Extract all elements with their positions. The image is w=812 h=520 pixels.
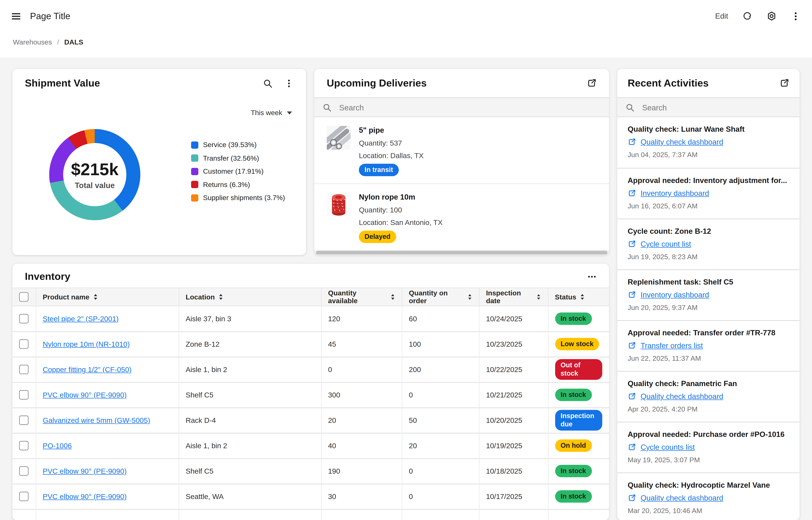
settings-button[interactable]	[766, 11, 777, 21]
hamburger-icon	[11, 11, 21, 21]
external-link-icon	[627, 291, 636, 299]
deliveries-open-button[interactable]	[587, 78, 596, 88]
period-dropdown[interactable]: This week	[12, 98, 306, 116]
column-header-status[interactable]: Status	[548, 288, 609, 306]
upcoming-deliveries-card: Upcoming Deliveries	[314, 69, 609, 255]
row-checkbox[interactable]	[19, 314, 29, 323]
activity-date: Jun 22, 2025, 11:37 AM	[627, 355, 789, 362]
activity-date: Jun 04, 2025, 7:37 AM	[627, 151, 789, 159]
column-header-quantity-on-order[interactable]: Quantity on order	[402, 288, 479, 306]
cell-product-name: Copper fitting 1/2" (CF-050)	[36, 357, 179, 382]
product-link[interactable]: PVC elbow 90° (PE-9090)	[43, 467, 127, 475]
status-badge: Delayed	[359, 231, 396, 243]
cell-quantity-available: 20	[321, 408, 402, 433]
product-link[interactable]: PO-1006	[43, 441, 72, 450]
sort-icon	[390, 294, 395, 300]
inventory-overflow-button[interactable]	[587, 272, 596, 281]
row-checkbox[interactable]	[19, 390, 29, 399]
overflow-menu-button[interactable]	[791, 11, 801, 21]
cell-quantity-available: 190	[321, 459, 402, 484]
scrollbar-thumb[interactable]	[316, 251, 607, 254]
top-bar: Page Title Edit	[0, 0, 812, 32]
row-checkbox-cell[interactable]	[12, 408, 36, 433]
settings-nut-icon	[766, 11, 777, 21]
table-row: Steel pipe 2" (SP-2001) Aisle 37, bin 3 …	[12, 306, 609, 332]
row-checkbox[interactable]	[19, 466, 29, 476]
row-checkbox-cell[interactable]	[12, 459, 36, 484]
cell-quantity-on-order: 0	[402, 484, 479, 509]
upcoming-deliveries-title: Upcoming Deliveries	[327, 77, 427, 89]
activities-open-button[interactable]	[779, 78, 789, 88]
product-link[interactable]: PVC elbow 90° (PE-9090)	[43, 492, 127, 500]
legend-label: Transfer (32.56%)	[203, 154, 259, 162]
cell-quantity-on-order: 0	[402, 382, 479, 408]
row-checkbox[interactable]	[19, 441, 29, 450]
product-link[interactable]: Nylon rope 10m (NR-1010)	[43, 340, 130, 348]
activities-search-input[interactable]	[641, 102, 791, 112]
activity-title: Quality check: Lunar Wane Shaft	[627, 125, 789, 133]
row-checkbox[interactable]	[19, 492, 29, 501]
activity-link[interactable]: Inventory dashboard	[641, 291, 709, 299]
legend-item: Supplier shipments (3.7%)	[191, 194, 285, 202]
deliveries-search[interactable]	[314, 98, 609, 117]
cell-location: Seattle, WA	[179, 484, 321, 509]
external-link-icon	[627, 138, 636, 146]
column-header-quantity-available[interactable]: Quantity available	[321, 288, 402, 306]
external-link-icon	[627, 443, 636, 451]
row-checkbox-cell[interactable]	[12, 382, 36, 408]
row-checkbox[interactable]	[19, 416, 29, 425]
activity-title: Replenishment task: Shelf C5	[627, 278, 789, 286]
product-link[interactable]: Steel pipe 2" (SP-2001)	[43, 314, 119, 322]
deliveries-horizontal-scrollbar[interactable]	[314, 250, 609, 255]
donut-total-label: Total value	[75, 181, 115, 189]
external-link-icon	[627, 240, 636, 248]
row-checkbox-cell[interactable]	[12, 484, 36, 509]
row-checkbox[interactable]	[19, 339, 29, 349]
activity-link[interactable]: Quality check dashboard	[641, 138, 723, 146]
product-link[interactable]: Copper fitting 1/2" (CF-050)	[43, 365, 132, 373]
row-checkbox-cell[interactable]	[12, 357, 36, 382]
activity-link[interactable]: Quality check dashboard	[641, 494, 723, 502]
activity-link[interactable]: Inventory dashboard	[641, 189, 709, 198]
cell-status: In stock	[548, 382, 609, 408]
cell-status: In stock	[548, 306, 609, 332]
activities-search[interactable]	[617, 98, 800, 117]
search-icon	[323, 103, 331, 112]
row-checkbox-cell[interactable]	[12, 306, 36, 332]
legend-color-chip	[191, 181, 198, 188]
breadcrumb-warehouses[interactable]: Warehouses	[13, 38, 52, 46]
cell-inspection-date: 10/20/2025	[479, 408, 548, 433]
activity-title: Quality check: Panametric Fan	[627, 379, 789, 388]
row-checkbox-cell[interactable]	[12, 433, 36, 459]
activity-link[interactable]: Transfer orders list	[641, 341, 703, 350]
breadcrumb-separator: /	[57, 38, 59, 46]
hamburger-menu-button[interactable]	[11, 11, 21, 21]
cell-product-name: PVC elbow 90° (PE-9090)	[36, 382, 179, 408]
product-link[interactable]: Galvanized wire 5mm (GW-5005)	[43, 416, 150, 424]
shipment-overflow-button[interactable]	[284, 79, 294, 88]
select-all-checkbox-cell[interactable]	[12, 288, 36, 306]
activity-title: Approval needed: Inventory adjustment fo…	[627, 176, 789, 184]
refresh-button[interactable]	[742, 11, 752, 21]
cell-inspection-date: 10/21/2025	[479, 382, 548, 408]
row-checkbox-cell[interactable]	[12, 332, 36, 357]
deliveries-search-input[interactable]	[338, 102, 601, 112]
column-header-inspection-date[interactable]: Inspection date	[479, 288, 548, 306]
edit-button[interactable]: Edit	[715, 12, 728, 20]
product-link[interactable]: PVC elbow 90° (PE-9090)	[43, 391, 127, 399]
cell-inspection-date: 10/17/2025	[479, 484, 548, 509]
activity-link[interactable]: Cycle count list	[641, 240, 691, 248]
cell-location: Rack D-4	[179, 408, 321, 433]
select-all-checkbox[interactable]	[19, 292, 29, 302]
breadcrumb: Warehouses / DALS	[0, 32, 812, 57]
activity-title: Cycle count: Zone B-12	[627, 227, 789, 235]
cell-quantity-on-order: 0	[402, 459, 479, 484]
activity-link[interactable]: Quality check dashboard	[641, 392, 723, 400]
column-header-location[interactable]: Location	[179, 288, 321, 306]
cell-product-name: PO-1006	[36, 433, 179, 459]
shipment-search-button[interactable]	[263, 79, 272, 88]
legend-color-chip	[191, 194, 198, 201]
activity-link[interactable]: Cycle counts list	[641, 443, 695, 451]
row-checkbox[interactable]	[19, 365, 29, 374]
column-header-product-name[interactable]: Product name	[36, 288, 179, 306]
